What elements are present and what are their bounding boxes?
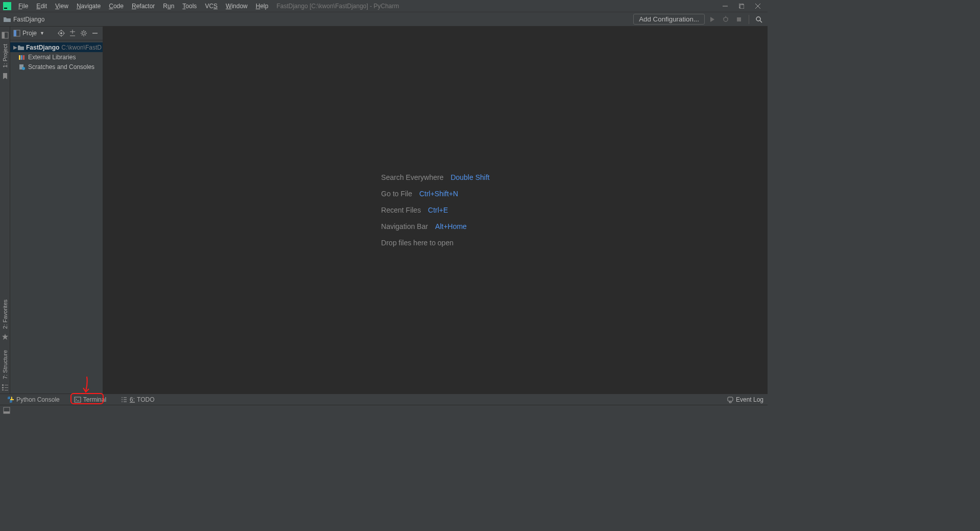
hint-recent: Recent Files Ctrl+E: [381, 206, 489, 214]
scratch-icon: [18, 64, 27, 70]
menu-edit[interactable]: Edit: [32, 1, 51, 11]
toolbar-right: Add Configuration...: [633, 14, 764, 25]
svg-rect-57: [4, 411, 10, 413]
menu-vcs[interactable]: VCS: [201, 1, 222, 11]
todo-tab[interactable]: 6: TODO: [117, 395, 157, 404]
collapse-all-button[interactable]: [68, 29, 77, 38]
svg-rect-55: [728, 397, 733, 401]
svg-rect-18: [2, 389, 4, 390]
svg-rect-0: [3, 2, 11, 10]
pycharm-icon: [3, 2, 11, 10]
editor-area[interactable]: Search Everywhere Double Shift Go to Fil…: [103, 27, 768, 394]
folder-icon: [17, 44, 25, 51]
svg-rect-45: [23, 55, 25, 60]
window-title: FastDjango [C:\kwon\FastDjango] - PyChar…: [276, 3, 722, 10]
hint-goto: Go to File Ctrl+Shift+N: [381, 190, 489, 198]
settings-button[interactable]: [79, 29, 88, 38]
add-configuration-button[interactable]: Add Configuration...: [633, 14, 705, 25]
project-tool-icon[interactable]: [2, 32, 9, 39]
svg-rect-44: [21, 55, 22, 60]
gutter-project[interactable]: 1: Project: [1, 41, 9, 71]
hide-button[interactable]: [90, 29, 100, 38]
terminal-label: Terminal: [83, 396, 106, 403]
svg-rect-1: [4, 8, 7, 9]
tree-scratches[interactable]: Scratches and Consoles: [10, 62, 103, 72]
tree-external-label: External Libraries: [28, 54, 76, 61]
gutter-structure[interactable]: 7: Structure: [1, 347, 9, 382]
shortcut: Double Shift: [450, 173, 489, 181]
minimize-button[interactable]: [722, 3, 729, 10]
terminal-tab[interactable]: Terminal: [71, 395, 109, 404]
event-log-label: Event Log: [736, 396, 763, 403]
svg-line-39: [85, 35, 86, 36]
folder-icon: [3, 16, 11, 23]
tool-windows-icon[interactable]: [3, 407, 10, 414]
svg-rect-47: [75, 397, 81, 402]
chevron-down-icon: ▼: [40, 31, 44, 36]
chevron-right-icon: ▶: [13, 44, 17, 50]
svg-point-46: [22, 67, 25, 70]
python-console-label: Python Console: [16, 396, 60, 403]
stop-button[interactable]: [733, 14, 745, 25]
hint-search: Search Everywhere Double Shift: [381, 173, 489, 181]
close-button[interactable]: [754, 3, 761, 10]
status-bar: [0, 405, 768, 415]
svg-point-33: [83, 32, 85, 35]
maximize-button[interactable]: [738, 3, 745, 10]
tree-scratches-label: Scratches and Consoles: [28, 63, 94, 71]
locate-button[interactable]: [57, 29, 66, 38]
project-tree: ▶ FastDjango C:\kwon\FastD External Libr…: [10, 40, 103, 394]
menu-bar: File Edit View Navigate Code Refactor Ru…: [0, 0, 768, 12]
panel-title-label: Proje: [22, 30, 37, 37]
svg-rect-4: [740, 5, 744, 9]
nav-toolbar: FastDjango Add Configuration...: [0, 12, 768, 27]
python-console-tab[interactable]: Python Console: [4, 395, 63, 404]
shortcut: Ctrl+Shift+N: [419, 190, 458, 198]
menu-window[interactable]: Window: [222, 1, 252, 11]
menu-refactor[interactable]: Refactor: [128, 1, 159, 11]
menu-file[interactable]: File: [14, 1, 32, 11]
run-button[interactable]: [707, 14, 718, 25]
breadcrumb-label: FastDjango: [13, 16, 44, 23]
tree-root[interactable]: ▶ FastDjango C:\kwon\FastD: [10, 42, 103, 52]
svg-rect-11: [737, 17, 741, 21]
menu-run[interactable]: Run: [159, 1, 178, 11]
menu-tools[interactable]: Tools: [178, 1, 201, 11]
svg-point-7: [724, 17, 728, 21]
hint-nav: Navigation Bar Alt+Home: [381, 222, 489, 230]
tree-external-libs[interactable]: External Libraries: [10, 52, 103, 62]
debug-button[interactable]: [720, 14, 731, 25]
svg-line-41: [85, 31, 86, 32]
menu-code[interactable]: Code: [105, 1, 128, 11]
bottom-toolbar: Python Console Terminal 6: TODO Event Lo…: [0, 394, 768, 405]
project-panel: Proje▼ ▶ FastDjango C:\kwon\FastD Extern…: [10, 27, 103, 394]
tree-root-label: FastDjango: [26, 44, 59, 51]
todo-num: 6:: [130, 396, 135, 403]
svg-line-40: [82, 35, 83, 36]
svg-rect-15: [2, 32, 5, 38]
welcome-hints: Search Everywhere Double Shift Go to Fil…: [381, 165, 489, 255]
hint-drop: Drop files here to open: [381, 239, 489, 247]
gutter-favorites[interactable]: 2: Favorites: [1, 296, 9, 332]
library-icon: [18, 54, 27, 60]
svg-line-38: [82, 31, 83, 32]
shortcut: Ctrl+E: [428, 206, 448, 214]
search-button[interactable]: [753, 14, 764, 25]
structure-icon[interactable]: [2, 384, 8, 390]
bookmarks-icon[interactable]: [2, 73, 9, 80]
project-panel-title[interactable]: Proje▼: [13, 30, 55, 37]
menu-help[interactable]: Help: [252, 1, 273, 11]
svg-rect-23: [14, 30, 16, 36]
star-icon[interactable]: [2, 334, 8, 340]
menu-view[interactable]: View: [51, 1, 73, 11]
event-log-tab[interactable]: Event Log: [727, 396, 763, 403]
main-area: 1: Project 2: Favorites 7: Structure Pro…: [0, 27, 768, 394]
svg-rect-43: [19, 55, 20, 60]
left-gutter: 1: Project 2: Favorites 7: Structure: [0, 27, 10, 394]
svg-point-25: [60, 32, 62, 34]
breadcrumb[interactable]: FastDjango: [3, 16, 633, 23]
menu-navigate[interactable]: Navigate: [73, 1, 105, 11]
svg-rect-16: [2, 384, 4, 386]
tree-root-path: C:\kwon\FastD: [61, 44, 102, 51]
window-controls: [722, 3, 766, 10]
